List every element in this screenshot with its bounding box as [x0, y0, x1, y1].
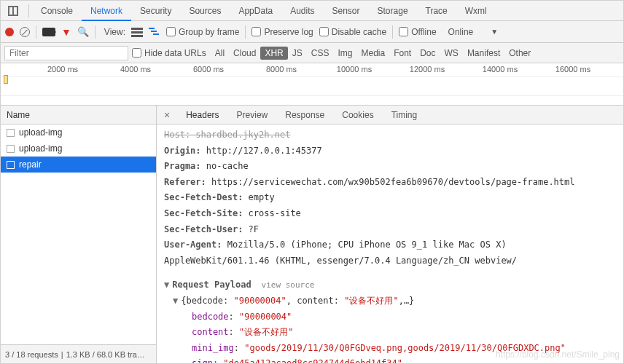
- payload-summary[interactable]: ▼{bedcode: "90000004", content: "设备不好用",…: [173, 293, 616, 309]
- filter-input[interactable]: [4, 46, 128, 60]
- network-toolbar: ▼ 🔍 View: Group by frame Preserve log Di…: [1, 21, 623, 43]
- hide-data-urls-label: Hide data URLs: [144, 48, 206, 58]
- header-line: User-Agent: Mozilla/5.0 (iPhone; CPU iPh…: [164, 237, 616, 269]
- group-by-frame-label: Group by frame: [179, 27, 239, 37]
- payload-value: "de45a412acaed8cc924744d6ebd14f34": [223, 358, 402, 363]
- timeline-tick: 12000 ms: [410, 65, 445, 74]
- top-tab-storage[interactable]: Storage: [369, 1, 417, 21]
- section-title: Request Payload: [172, 280, 251, 290]
- svg-rect-5: [153, 33, 159, 35]
- divider: [392, 25, 393, 39]
- filter-type-ws[interactable]: WS: [440, 47, 463, 60]
- hide-data-urls-checkbox[interactable]: Hide data URLs: [132, 48, 206, 58]
- payload-key: mini_img: [192, 343, 234, 353]
- header-line: Host: shardbed.jky2h.net: [164, 127, 616, 143]
- chevron-down-icon: ▼: [491, 28, 498, 36]
- filter-type-js[interactable]: JS: [288, 47, 307, 60]
- payload-field: bedcode: "90000004": [173, 309, 616, 325]
- details-tabs: × HeadersPreviewResponseCookiesTiming: [157, 106, 623, 124]
- timeline-tick: 10000 ms: [337, 65, 372, 74]
- filter-type-cloud[interactable]: Cloud: [229, 47, 260, 60]
- throttling-select[interactable]: Online▼: [448, 27, 499, 37]
- top-tab-console[interactable]: Console: [32, 1, 82, 21]
- request-payload-section: ▼Request Payloadview source ▼{bedcode: "…: [164, 277, 616, 363]
- header-value: ?F: [243, 224, 259, 234]
- screenshot-icon[interactable]: [42, 28, 55, 36]
- header-value: https://servicewechat.com/wx90b502fea6b0…: [206, 177, 575, 187]
- filter-type-doc[interactable]: Doc: [416, 47, 440, 60]
- filter-type-manifest[interactable]: Manifest: [463, 47, 504, 60]
- divider: [28, 4, 29, 17]
- clear-icon[interactable]: [20, 27, 30, 37]
- top-tab-trace[interactable]: Trace: [417, 1, 456, 21]
- waterfall-icon[interactable]: [149, 27, 160, 37]
- dock-icon[interactable]: [8, 6, 18, 16]
- request-name: repair: [19, 159, 42, 170]
- preserve-log-checkbox[interactable]: Preserve log: [251, 27, 313, 37]
- filter-type-media[interactable]: Media: [356, 47, 389, 60]
- svg-rect-2: [131, 35, 143, 37]
- chevron-down-icon[interactable]: ▼: [164, 280, 169, 290]
- top-tab-security[interactable]: Security: [131, 1, 180, 21]
- payload-key: content: [192, 327, 229, 337]
- throttling-label: Online: [448, 27, 474, 37]
- payload-value: "goods/2019/11/30/Q0FGDveq.png,goods/201…: [244, 343, 566, 353]
- request-row[interactable]: upload-img: [1, 124, 156, 141]
- group-by-frame-checkbox[interactable]: Group by frame: [166, 27, 239, 37]
- filter-type-other[interactable]: Other: [504, 47, 535, 60]
- header-line: Sec-Fetch-Dest: empty: [164, 190, 616, 206]
- details-tab-cookies[interactable]: Cookies: [333, 106, 382, 124]
- network-split-pane: Name upload-imgupload-imgrepair 3 / 18 r…: [1, 106, 623, 363]
- search-icon[interactable]: 🔍: [77, 26, 89, 37]
- chevron-down-icon: ▼: [173, 296, 178, 306]
- timeline-tick: 4000 ms: [120, 65, 151, 74]
- top-tab-sensor[interactable]: Sensor: [324, 1, 369, 21]
- header-value: no-cache: [201, 161, 249, 171]
- header-value: cross-site: [243, 208, 300, 218]
- filter-type-img[interactable]: Img: [333, 47, 356, 60]
- header-value: empty: [243, 192, 274, 202]
- transfer-size: 1.3 KB / 68.0 KB tra…: [66, 345, 145, 363]
- filter-type-all[interactable]: All: [211, 47, 229, 60]
- name-column-header[interactable]: Name: [1, 106, 156, 124]
- status-divider: |: [61, 345, 63, 363]
- disable-cache-checkbox[interactable]: Disable cache: [319, 27, 386, 37]
- request-row[interactable]: repair: [1, 157, 156, 173]
- request-list: Name upload-imgupload-imgrepair 3 / 18 r…: [1, 106, 157, 363]
- details-tab-response[interactable]: Response: [276, 106, 333, 124]
- payload-field: sign: "de45a412acaed8cc924744d6ebd14f34": [173, 356, 616, 363]
- details-tab-preview[interactable]: Preview: [228, 106, 277, 124]
- timeline-tick: 6000 ms: [193, 65, 224, 74]
- close-icon[interactable]: ×: [157, 109, 177, 121]
- timeline-cursor[interactable]: [4, 75, 8, 84]
- header-value: http://127.0.0.1:45377: [201, 146, 322, 156]
- filter-type-xhr[interactable]: XHR: [260, 47, 287, 60]
- header-key: Sec-Fetch-Dest:: [164, 192, 243, 202]
- top-tab-sources[interactable]: Sources: [180, 1, 230, 21]
- header-line: Sec-Fetch-User: ?F: [164, 222, 616, 238]
- top-tab-audits[interactable]: Audits: [281, 1, 323, 21]
- filter-bar: Hide data URLs AllCloudXHRJSCSSImgMediaF…: [1, 43, 623, 63]
- large-rows-icon[interactable]: [131, 27, 143, 37]
- top-tab-wxml[interactable]: Wxml: [456, 1, 496, 21]
- header-key: User-Agent:: [164, 240, 222, 250]
- view-source-link[interactable]: view source: [262, 280, 315, 290]
- timeline-tick: 16000 ms: [555, 65, 590, 74]
- filter-type-font[interactable]: Font: [389, 47, 416, 60]
- details-tab-headers[interactable]: Headers: [177, 106, 227, 124]
- filter-icon[interactable]: ▼: [61, 26, 71, 38]
- header-key: Pragma:: [164, 161, 201, 171]
- requests-count: 3 / 18 requests: [5, 345, 58, 363]
- filter-type-css[interactable]: CSS: [307, 47, 334, 60]
- header-line: Pragma: no-cache: [164, 159, 616, 175]
- timeline-overview[interactable]: 2000 ms4000 ms6000 ms8000 ms10000 ms1200…: [1, 63, 623, 106]
- request-name: upload-img: [19, 143, 62, 154]
- offline-checkbox[interactable]: Offline: [399, 27, 436, 37]
- top-tab-network[interactable]: Network: [82, 1, 131, 21]
- devtools-top-tabs: ConsoleNetworkSecuritySourcesAppDataAudi…: [1, 1, 623, 21]
- request-row[interactable]: upload-img: [1, 141, 156, 157]
- details-tab-timing[interactable]: Timing: [383, 106, 426, 124]
- record-icon[interactable]: [5, 28, 14, 36]
- svg-rect-0: [131, 28, 143, 30]
- top-tab-appdata[interactable]: AppData: [230, 1, 281, 21]
